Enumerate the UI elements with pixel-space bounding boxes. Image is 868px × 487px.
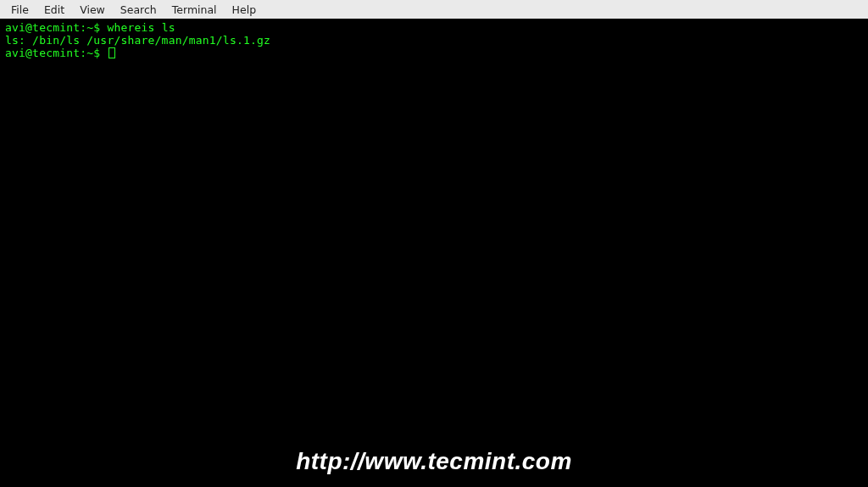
menu-search[interactable]: Search	[113, 2, 164, 18]
menubar: File Edit View Search Terminal Help	[0, 0, 868, 19]
terminal-line: avi@tecmint:~$ whereis ls	[5, 21, 863, 34]
prompt-symbol: $	[93, 21, 100, 34]
menu-view[interactable]: View	[72, 2, 113, 18]
watermark-text: http://www.tecmint.com	[0, 448, 868, 475]
terminal-area[interactable]: avi@tecmint:~$ whereis ls ls: /bin/ls /u…	[0, 19, 868, 487]
menu-file[interactable]: File	[3, 2, 36, 18]
output-text: ls: /bin/ls /usr/share/man/man1/ls.1.gz	[5, 34, 270, 47]
terminal-line: avi@tecmint:~$	[5, 47, 863, 59]
prompt-symbol: $	[93, 47, 100, 59]
menu-edit[interactable]: Edit	[36, 2, 72, 18]
cursor-icon	[108, 47, 115, 58]
menu-terminal[interactable]: Terminal	[164, 2, 225, 18]
prompt-text: avi@tecmint:~	[5, 21, 93, 34]
terminal-line: ls: /bin/ls /usr/share/man/man1/ls.1.gz	[5, 34, 863, 47]
prompt-text: avi@tecmint:~	[5, 47, 93, 59]
menu-help[interactable]: Help	[225, 2, 264, 18]
command-text: whereis ls	[107, 21, 175, 34]
